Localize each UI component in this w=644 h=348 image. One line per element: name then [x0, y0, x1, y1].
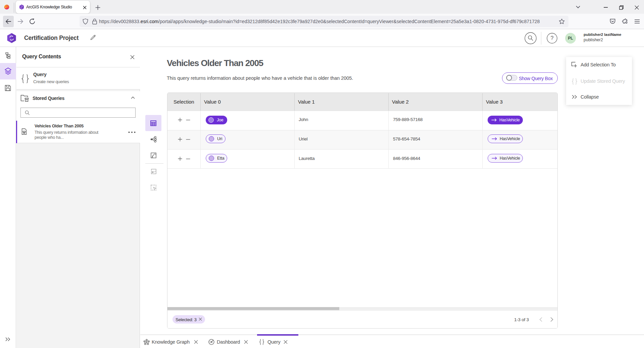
svg-text:?: ?: [551, 35, 554, 41]
